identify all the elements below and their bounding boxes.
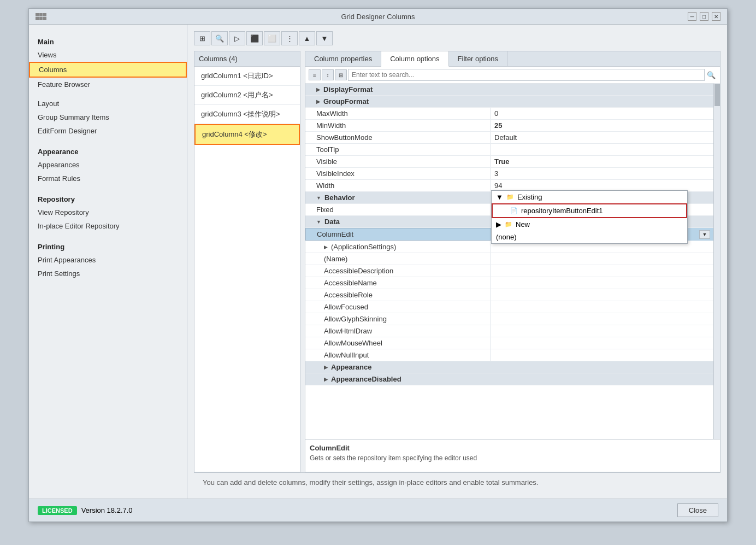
dropdown-new-header: ▶ 📁 New — [492, 218, 687, 231]
prop-grid: ▶ DisplayFormat ▶ GroupFormat — [305, 84, 713, 439]
expand-appearance-sub[interactable]: ▶ — [324, 365, 328, 370]
sort-alpha-btn[interactable]: ↕ — [322, 69, 334, 80]
prop-scrollbar[interactable] — [713, 84, 720, 439]
section-repository: Repository — [29, 191, 187, 206]
prop-row-accessiblerole: AccessibleRole — [305, 289, 713, 301]
sidebar-item-print-settings[interactable]: Print Settings — [29, 267, 187, 280]
column-item-2[interactable]: gridColumn2 <用户名> — [194, 86, 300, 105]
prop-row-accessibledesc: AccessibleDescription — [305, 265, 713, 277]
expand-behavior[interactable]: ▼ — [316, 195, 321, 201]
close-button-footer[interactable]: Close — [677, 503, 718, 517]
prop-row-allownull: AllowNullInput — [305, 349, 713, 361]
sidebar-item-views[interactable]: Views — [29, 48, 187, 62]
right-panel: ⊞ 🔍 ▷ ⬛ ⬜ ⋮ ▲ ▼ Columns (4) gridColumn1 … — [187, 25, 727, 499]
expand-displayformat[interactable]: ▶ — [316, 87, 320, 92]
minimize-button[interactable]: ─ — [688, 12, 696, 21]
dropdown-existing-header: ▼ 📁 Existing — [492, 191, 687, 203]
expand-appearancedisabled[interactable]: ▶ — [324, 377, 328, 382]
search-btn[interactable]: 🔍 — [211, 31, 228, 45]
expand-data[interactable]: ▼ — [316, 219, 321, 225]
arrow-btn[interactable]: ▷ — [229, 31, 245, 45]
sidebar-item-format-rules[interactable]: Format Rules — [29, 172, 187, 185]
tab-filter-options[interactable]: Filter options — [449, 51, 507, 66]
prop-row-accessiblename: AccessibleName — [305, 277, 713, 289]
prop-row-name: (Name) — [305, 253, 713, 265]
dropdown-item-repobuttonedit[interactable]: 📄 repositoryItemButtonEdit1 — [492, 203, 687, 218]
split-h-btn[interactable]: ⬜ — [264, 31, 280, 45]
desc-text: Gets or sets the repository item specify… — [310, 454, 716, 462]
properties-panel: Column properties Column options Filter … — [305, 51, 720, 472]
prop-row-allowglyph: AllowGlyphSkinning — [305, 313, 713, 325]
grid-icon-btn[interactable]: ⊞ — [194, 31, 210, 45]
window-title: Grid Designer Columns — [68, 13, 688, 21]
content-area: Columns (4) gridColumn1 <日志ID> gridColum… — [194, 51, 720, 472]
prop-row-appearance-sub: ▶ Appearance — [305, 361, 713, 373]
prop-row-displayformat: ▶ DisplayFormat — [305, 84, 713, 96]
dropdown-none-item[interactable]: (none) — [492, 231, 687, 243]
props-list-btn[interactable]: ≡ — [309, 69, 321, 80]
dots-btn[interactable]: ⋮ — [281, 31, 298, 45]
prop-row-tooltip: ToolTip — [305, 144, 713, 156]
search-icon: 🔍 — [706, 69, 717, 80]
sidebar-item-feature-browser[interactable]: Feature Browser — [29, 78, 187, 91]
column-item-1[interactable]: gridColumn1 <日志ID> — [194, 67, 300, 86]
sidebar-item-view-repo[interactable]: View Repository — [29, 206, 187, 219]
sidebar-item-layout[interactable]: Layout — [29, 97, 187, 110]
split-v-btn[interactable]: ⬛ — [246, 31, 263, 45]
columnedit-dropdown: ▼ 📁 Existing 📄 repositoryItemButtonEdit1… — [491, 190, 688, 244]
title-icons — [36, 13, 68, 20]
category-btn[interactable]: ⊞ — [335, 69, 347, 80]
prop-row-allowfocused: AllowFocused — [305, 301, 713, 313]
prop-search-input[interactable] — [348, 69, 705, 81]
tab-column-properties[interactable]: Column properties — [305, 51, 381, 66]
columns-panel: Columns (4) gridColumn1 <日志ID> gridColum… — [194, 51, 300, 472]
sidebar-item-print-appearances[interactable]: Print Appearances — [29, 253, 187, 267]
down-btn[interactable]: ▼ — [316, 31, 333, 45]
licensed-badge: LICENSED — [38, 506, 77, 515]
prop-row-allowhtml: AllowHtmlDraw — [305, 325, 713, 337]
prop-grid-wrapper: ▶ DisplayFormat ▶ GroupFormat — [305, 84, 720, 439]
prop-row-maxwidth: MaxWidth 0 — [305, 108, 713, 120]
bottom-bar-text: You can add and delete columns, modify t… — [203, 478, 539, 487]
sidebar-item-columns[interactable]: Columns — [29, 62, 187, 78]
title-bar: Grid Designer Columns ─ □ ✕ — [29, 9, 727, 25]
footer: LICENSED Version 18.2.7.0 Close — [29, 499, 727, 521]
prop-row-minwidth: MinWidth 25 — [305, 120, 713, 132]
expand-groupformat[interactable]: ▶ — [316, 99, 320, 104]
columnedit-dropdown-btn[interactable]: ▼ — [699, 230, 710, 239]
prop-row-allowmouse: AllowMouseWheel — [305, 337, 713, 349]
close-button[interactable]: ✕ — [712, 12, 720, 21]
expand-appsettings[interactable]: ▶ — [324, 244, 328, 250]
prop-row-visibleindex: VisibleIndex 3 — [305, 168, 713, 180]
bottom-bar: You can add and delete columns, modify t… — [194, 472, 720, 492]
columns-panel-header: Columns (4) — [194, 51, 300, 67]
maximize-button[interactable]: □ — [700, 12, 708, 21]
section-main: Main — [29, 33, 187, 48]
sidebar-item-inplace-repo[interactable]: In-place Editor Repository — [29, 219, 187, 233]
sidebar: Main Views Columns Feature Browser Layou… — [29, 25, 187, 499]
prop-row-showbuttonmode: ShowButtonMode Default — [305, 132, 713, 144]
main-window: Grid Designer Columns ─ □ ✕ Main Views C… — [28, 8, 728, 522]
up-btn[interactable]: ▲ — [299, 31, 315, 45]
prop-description: ColumnEdit Gets or sets the repository i… — [305, 439, 720, 472]
prop-toolbar: ≡ ↕ ⊞ 🔍 — [305, 67, 720, 84]
sidebar-item-group-summary[interactable]: Group Summary Items — [29, 110, 187, 124]
window-controls: ─ □ ✕ — [688, 12, 720, 21]
main-content: Main Views Columns Feature Browser Layou… — [29, 25, 727, 499]
scrollbar-thumb[interactable] — [714, 84, 720, 106]
prop-row-visible: Visible True — [305, 156, 713, 168]
desc-title: ColumnEdit — [310, 444, 716, 452]
section-printing: Printing — [29, 238, 187, 253]
version-text: Version 18.2.7.0 — [81, 506, 133, 514]
sidebar-item-appearances[interactable]: Appearances — [29, 158, 187, 172]
tab-column-options[interactable]: Column options — [381, 51, 448, 67]
prop-row-appearancedisabled: ▶ AppearanceDisabled — [305, 373, 713, 385]
prop-row-groupformat: ▶ GroupFormat — [305, 96, 713, 108]
section-appearance: Appearance — [29, 143, 187, 158]
column-item-3[interactable]: gridColumn3 <操作说明> — [194, 105, 300, 124]
tabs: Column properties Column options Filter … — [305, 51, 720, 67]
column-item-4[interactable]: gridColumn4 <修改> — [194, 124, 300, 145]
sidebar-item-editform[interactable]: EditForm Designer — [29, 124, 187, 138]
main-toolbar: ⊞ 🔍 ▷ ⬛ ⬜ ⋮ ▲ ▼ — [194, 31, 720, 45]
